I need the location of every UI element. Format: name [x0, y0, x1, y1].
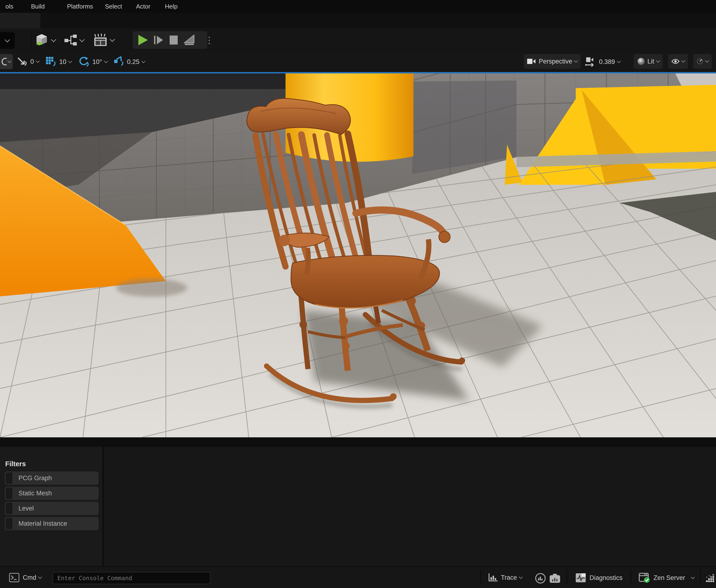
diagnostics-label: Diagnostics [589, 574, 623, 582]
console-input-wrap [52, 572, 210, 584]
rotation-snap-value: 10° [92, 58, 102, 66]
perspective-label: Perspective [539, 58, 572, 65]
menu-item-platforms[interactable]: Platforms [67, 3, 93, 10]
trace-button[interactable]: Trace [488, 573, 522, 582]
perspective-selector[interactable]: Perspective [524, 54, 581, 69]
show-flags-button[interactable] [668, 54, 688, 69]
pixel-bars-icon [706, 574, 715, 583]
camera-speed-icon [585, 57, 596, 67]
toolbar-divider [31, 31, 32, 48]
camera-icon [527, 58, 536, 65]
gizmo-circle-icon [0, 58, 7, 66]
filter-label: Static Mesh [19, 490, 52, 497]
blueprints-button[interactable] [64, 35, 84, 46]
grid-snap-control[interactable]: 10 [45, 56, 71, 67]
menu-item-help[interactable]: Help [165, 3, 177, 10]
filter-toggle[interactable] [6, 472, 12, 484]
play-controls-group: ⋮ [133, 31, 207, 49]
output-stats-button[interactable] [706, 574, 715, 583]
status-bar: Cmd Trace [0, 566, 716, 588]
statusbar-divider [567, 569, 567, 585]
filter-label: Level [19, 505, 34, 512]
surface-snap-icon [17, 56, 27, 67]
grid-snap-value: 10 [59, 58, 66, 66]
statusbar-divider [700, 569, 701, 585]
content-browser: Filters PCG Graph Static Mesh Level Mate… [0, 447, 716, 566]
filter-toggle[interactable] [6, 518, 12, 529]
frame-skip-button[interactable] [154, 35, 164, 45]
main-toolbar: ⋮ [0, 28, 716, 51]
filter-toggle[interactable] [6, 503, 12, 514]
surface-snap-value: 0 [30, 58, 34, 65]
play-button[interactable] [138, 34, 148, 46]
diagnostics-button[interactable]: Diagnostics [575, 573, 623, 583]
menu-item-tools[interactable]: ols [5, 3, 13, 10]
zen-server-icon [639, 572, 650, 583]
scale-snap-value: 0.25 [127, 58, 140, 66]
level-editor-tab[interactable] [0, 13, 40, 28]
menu-item-select[interactable]: Select [105, 3, 122, 10]
filters-title: Filters [5, 460, 26, 468]
camera-stats-icon [549, 573, 561, 583]
rotation-snap-icon [78, 56, 89, 67]
camera-speed-control[interactable]: 0.389 [585, 57, 620, 67]
eject-button[interactable] [184, 35, 195, 45]
filter-label: Material Instance [19, 520, 67, 527]
camera-speed-value: 0.389 [599, 58, 615, 66]
filter-static-mesh[interactable]: Static Mesh [5, 487, 99, 500]
transform-gizmo-button[interactable] [0, 54, 13, 69]
zen-server-button[interactable]: Zen Server [639, 572, 694, 583]
surface-snap-control[interactable]: 0 [17, 56, 39, 67]
insights-button[interactable] [535, 573, 546, 584]
terminal-icon [9, 573, 19, 582]
filter-level[interactable]: Level [5, 502, 99, 515]
cmd-label: Cmd [23, 574, 36, 581]
view-mode-label: Lit [647, 58, 654, 65]
stop-button[interactable] [169, 35, 178, 45]
grid-snap-icon [45, 56, 56, 67]
heartbeat-icon [575, 573, 586, 583]
filter-toggle[interactable] [6, 487, 12, 499]
panel-divider [0, 437, 716, 447]
screenshot-stats-button[interactable] [549, 573, 561, 583]
blueprints-node-icon [64, 35, 78, 46]
scale-snap-control[interactable]: 0.25 [113, 56, 145, 67]
filter-material-instance[interactable]: Material Instance [5, 517, 99, 530]
filters-panel: Filters PCG Graph Static Mesh Level Mate… [0, 447, 104, 566]
filter-pcg-graph[interactable]: PCG Graph [5, 471, 99, 485]
view-mode-selector[interactable]: Lit [634, 54, 663, 69]
scale-snap-icon [113, 56, 124, 67]
filter-label: PCG Graph [19, 475, 52, 482]
lit-sphere-icon [637, 57, 645, 65]
add-actor-cube-icon [36, 34, 49, 47]
save-dropdown-button[interactable] [0, 32, 15, 49]
gauge-icon [697, 57, 703, 66]
unreal-editor-window: ols Build Platforms Select Actor Help [0, 0, 716, 588]
eye-icon [671, 58, 679, 65]
performance-gauge-button[interactable] [693, 54, 712, 69]
viewport-toolbar: 0 10 10° 0.25 [0, 51, 716, 72]
console-type-selector[interactable]: Cmd [9, 573, 41, 582]
rotation-snap-control[interactable]: 10° [78, 56, 107, 67]
menu-item-build[interactable]: Build [31, 3, 45, 10]
trace-label: Trace [501, 574, 517, 581]
viewport-3d-scene[interactable] [0, 74, 716, 437]
add-actor-button[interactable] [36, 34, 56, 47]
statusbar-divider [481, 569, 481, 585]
menu-item-actor[interactable]: Actor [136, 3, 150, 10]
stats-circle-icon [535, 573, 546, 584]
zen-server-label: Zen Server [653, 574, 685, 582]
menu-bar: ols Build Platforms Select Actor Help [0, 0, 716, 13]
play-options-ellipsis-icon[interactable]: ⋮ [205, 37, 214, 44]
console-command-input[interactable] [57, 574, 206, 582]
cinematics-button[interactable] [94, 34, 114, 46]
clapperboard-icon [94, 34, 108, 46]
trace-chart-icon [488, 573, 498, 582]
statusbar-divider [631, 569, 631, 585]
